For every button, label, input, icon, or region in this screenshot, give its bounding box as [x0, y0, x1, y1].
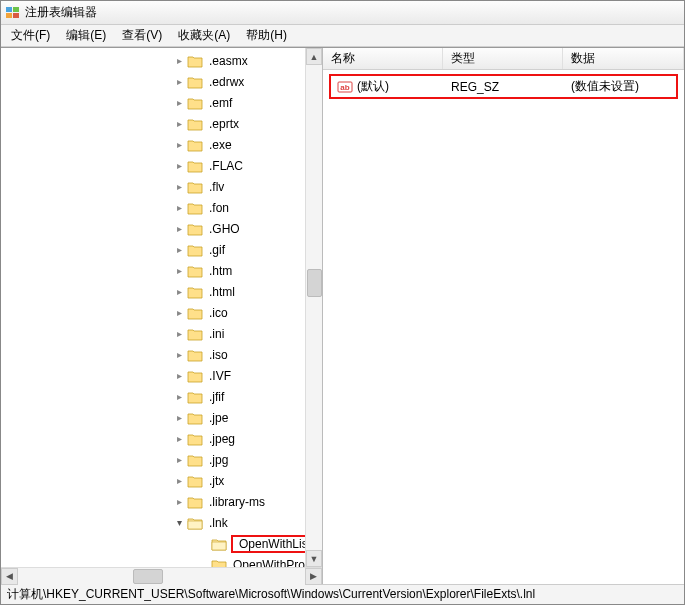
- folder-icon: [187, 285, 203, 299]
- expander-icon[interactable]: [173, 202, 185, 214]
- tree-item[interactable]: .ini: [3, 323, 319, 344]
- tree-item[interactable]: .library-ms: [3, 491, 319, 512]
- scroll-down-arrow[interactable]: ▼: [306, 550, 322, 567]
- menu-file[interactable]: 文件(F): [3, 25, 58, 46]
- tree-vertical-scrollbar[interactable]: ▲ ▼: [305, 48, 322, 567]
- expander-icon[interactable]: [173, 223, 185, 235]
- expander-icon[interactable]: [173, 517, 185, 529]
- scroll-track[interactable]: [306, 65, 322, 550]
- scroll-track[interactable]: [18, 568, 305, 585]
- svg-text:ab: ab: [340, 83, 349, 92]
- tree-horizontal-scrollbar[interactable]: ◀ ▶: [1, 567, 322, 584]
- tree-item[interactable]: .eprtx: [3, 113, 319, 134]
- tree-item-label: .gif: [207, 243, 227, 257]
- svg-rect-0: [6, 7, 12, 12]
- tree-item[interactable]: .html: [3, 281, 319, 302]
- menu-help[interactable]: 帮助(H): [238, 25, 295, 46]
- svg-rect-3: [13, 13, 19, 18]
- expander-icon[interactable]: [173, 412, 185, 424]
- tree-item[interactable]: .IVF: [3, 365, 319, 386]
- tree-item-label: .flv: [207, 180, 226, 194]
- window-title: 注册表编辑器: [25, 4, 97, 21]
- scroll-left-arrow[interactable]: ◀: [1, 568, 18, 585]
- expander-icon[interactable]: [173, 370, 185, 382]
- tree-item[interactable]: .jpg: [3, 449, 319, 470]
- scroll-up-arrow[interactable]: ▲: [306, 48, 322, 65]
- expander-icon[interactable]: [173, 181, 185, 193]
- folder-icon: [187, 516, 203, 530]
- expander-icon[interactable]: [173, 76, 185, 88]
- folder-icon: [187, 75, 203, 89]
- menu-favorites[interactable]: 收藏夹(A): [170, 25, 238, 46]
- tree-pane: .easmx.edrwx.emf.eprtx.exe.FLAC.flv.fon.…: [1, 48, 323, 584]
- column-header-type[interactable]: 类型: [443, 48, 563, 69]
- expander-icon[interactable]: [173, 349, 185, 361]
- scroll-thumb[interactable]: [307, 269, 322, 297]
- expander-icon[interactable]: [173, 244, 185, 256]
- folder-icon: [187, 201, 203, 215]
- tree-item[interactable]: .exe: [3, 134, 319, 155]
- tree-item-label: .jfif: [207, 390, 226, 404]
- scroll-right-arrow[interactable]: ▶: [305, 568, 322, 585]
- tree-item[interactable]: .gif: [3, 239, 319, 260]
- tree-item[interactable]: .ico: [3, 302, 319, 323]
- expander-icon[interactable]: [173, 475, 185, 487]
- tree-item[interactable]: .FLAC: [3, 155, 319, 176]
- folder-icon: [211, 558, 227, 568]
- tree-item-label: .fon: [207, 201, 231, 215]
- tree-item[interactable]: .easmx: [3, 50, 319, 71]
- tree-item[interactable]: .htm: [3, 260, 319, 281]
- tree-item-label: .exe: [207, 138, 234, 152]
- expander-icon[interactable]: [173, 328, 185, 340]
- expander-icon[interactable]: [173, 265, 185, 277]
- expander-icon[interactable]: [173, 118, 185, 130]
- tree-item[interactable]: .emf: [3, 92, 319, 113]
- tree-item-label: .edrwx: [207, 75, 246, 89]
- tree-item[interactable]: .jpeg: [3, 428, 319, 449]
- expander-icon[interactable]: [173, 391, 185, 403]
- expander-icon[interactable]: [173, 160, 185, 172]
- column-header-data[interactable]: 数据: [563, 48, 684, 69]
- folder-icon: [187, 222, 203, 236]
- column-header-name[interactable]: 名称: [323, 48, 443, 69]
- expander-icon[interactable]: [173, 433, 185, 445]
- list-row[interactable]: ab(默认)REG_SZ(数值未设置): [329, 74, 678, 99]
- folder-icon: [187, 432, 203, 446]
- tree-item[interactable]: .jfif: [3, 386, 319, 407]
- tree-item-label: .emf: [207, 96, 234, 110]
- menu-edit[interactable]: 编辑(E): [58, 25, 114, 46]
- tree-item[interactable]: .edrwx: [3, 71, 319, 92]
- tree-scroll[interactable]: .easmx.edrwx.emf.eprtx.exe.FLAC.flv.fon.…: [1, 48, 322, 567]
- tree-item[interactable]: .lnk: [3, 512, 319, 533]
- folder-icon: [187, 390, 203, 404]
- expander-icon[interactable]: [173, 496, 185, 508]
- tree-item[interactable]: .jtx: [3, 470, 319, 491]
- expander-icon[interactable]: [173, 55, 185, 67]
- tree-item-label: .library-ms: [207, 495, 267, 509]
- menu-view[interactable]: 查看(V): [114, 25, 170, 46]
- tree-item[interactable]: .GHO: [3, 218, 319, 239]
- expander-icon[interactable]: [173, 286, 185, 298]
- tree-item[interactable]: OpenWithPro: [3, 554, 319, 567]
- expander-icon[interactable]: [173, 454, 185, 466]
- expander-icon[interactable]: [173, 139, 185, 151]
- expander-icon[interactable]: [173, 97, 185, 109]
- tree-item[interactable]: OpenWithList: [3, 533, 319, 554]
- menu-bar: 文件(F) 编辑(E) 查看(V) 收藏夹(A) 帮助(H): [1, 25, 684, 47]
- folder-icon: [187, 327, 203, 341]
- tree-item-label: OpenWithPro: [231, 558, 307, 568]
- tree-item-label: .jpg: [207, 453, 230, 467]
- scroll-thumb[interactable]: [133, 569, 163, 584]
- tree-item[interactable]: .flv: [3, 176, 319, 197]
- folder-icon: [187, 138, 203, 152]
- value-name: (默认): [357, 78, 389, 95]
- folder-icon: [187, 96, 203, 110]
- tree-item-label: .eprtx: [207, 117, 241, 131]
- tree-item[interactable]: .iso: [3, 344, 319, 365]
- list-body[interactable]: ab(默认)REG_SZ(数值未设置): [323, 70, 684, 584]
- tree-item-label: .htm: [207, 264, 234, 278]
- folder-icon: [187, 54, 203, 68]
- expander-icon[interactable]: [173, 307, 185, 319]
- tree-item[interactable]: .jpe: [3, 407, 319, 428]
- tree-item[interactable]: .fon: [3, 197, 319, 218]
